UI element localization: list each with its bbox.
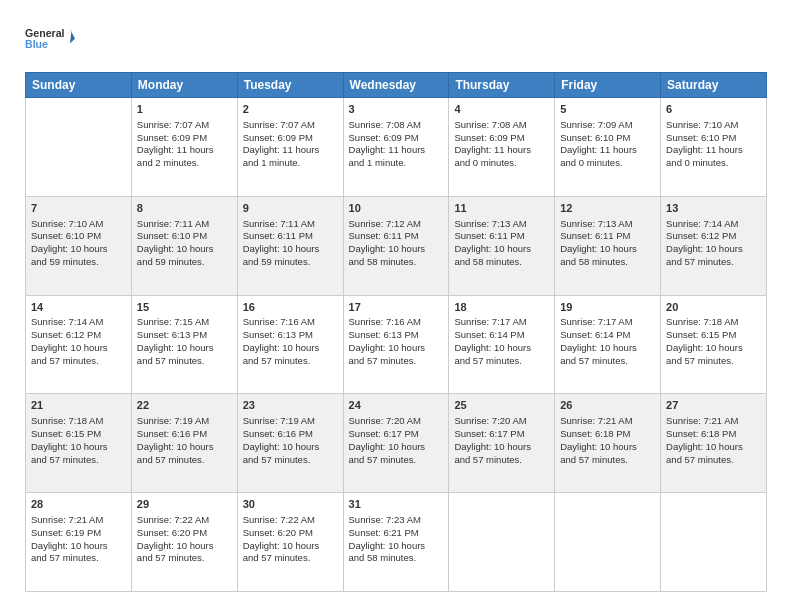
cell-content-line: Daylight: 10 hours — [31, 540, 126, 553]
day-number: 8 — [137, 201, 232, 216]
calendar-cell — [26, 98, 132, 197]
day-number: 17 — [349, 300, 444, 315]
cell-content-line: Daylight: 10 hours — [349, 243, 444, 256]
cell-content-line: Sunrise: 7:21 AM — [560, 415, 655, 428]
cell-content-line: Sunset: 6:13 PM — [243, 329, 338, 342]
cell-content-line: Sunset: 6:09 PM — [349, 132, 444, 145]
cell-content-line: and 1 minute. — [243, 157, 338, 170]
cell-content-line: Daylight: 11 hours — [560, 144, 655, 157]
cell-content-line: Sunrise: 7:08 AM — [349, 119, 444, 132]
day-number: 3 — [349, 102, 444, 117]
cell-content-line: Daylight: 10 hours — [243, 441, 338, 454]
cell-content-line: Sunrise: 7:11 AM — [243, 218, 338, 231]
cell-content-line: and 2 minutes. — [137, 157, 232, 170]
calendar-cell: 18Sunrise: 7:17 AMSunset: 6:14 PMDayligh… — [449, 295, 555, 394]
cell-content-line: Sunrise: 7:07 AM — [137, 119, 232, 132]
day-number: 25 — [454, 398, 549, 413]
cell-content-line: Daylight: 10 hours — [31, 243, 126, 256]
cell-content-line: Sunset: 6:13 PM — [349, 329, 444, 342]
calendar-cell: 11Sunrise: 7:13 AMSunset: 6:11 PMDayligh… — [449, 196, 555, 295]
day-number: 6 — [666, 102, 761, 117]
cell-content-line: Daylight: 10 hours — [666, 441, 761, 454]
cell-content-line: Sunrise: 7:14 AM — [31, 316, 126, 329]
calendar-cell: 13Sunrise: 7:14 AMSunset: 6:12 PMDayligh… — [661, 196, 767, 295]
week-row-3: 14Sunrise: 7:14 AMSunset: 6:12 PMDayligh… — [26, 295, 767, 394]
cell-content-line: and 57 minutes. — [31, 552, 126, 565]
svg-text:General: General — [25, 27, 65, 39]
cell-content-line: and 57 minutes. — [243, 355, 338, 368]
cell-content-line: Sunset: 6:12 PM — [31, 329, 126, 342]
day-number: 31 — [349, 497, 444, 512]
cell-content-line: and 0 minutes. — [560, 157, 655, 170]
calendar-cell: 24Sunrise: 7:20 AMSunset: 6:17 PMDayligh… — [343, 394, 449, 493]
cell-content-line: Daylight: 10 hours — [666, 342, 761, 355]
calendar-cell — [449, 493, 555, 592]
calendar-cell: 30Sunrise: 7:22 AMSunset: 6:20 PMDayligh… — [237, 493, 343, 592]
calendar-cell — [555, 493, 661, 592]
cell-content-line: and 57 minutes. — [560, 454, 655, 467]
cell-content-line: Sunrise: 7:10 AM — [31, 218, 126, 231]
day-number: 9 — [243, 201, 338, 216]
cell-content-line: Sunrise: 7:20 AM — [349, 415, 444, 428]
cell-content-line: Daylight: 10 hours — [137, 540, 232, 553]
header-wednesday: Wednesday — [343, 73, 449, 98]
day-number: 19 — [560, 300, 655, 315]
day-number: 24 — [349, 398, 444, 413]
cell-content-line: Daylight: 11 hours — [243, 144, 338, 157]
cell-content-line: Sunset: 6:10 PM — [137, 230, 232, 243]
cell-content-line: Sunset: 6:14 PM — [560, 329, 655, 342]
cell-content-line: Daylight: 10 hours — [243, 342, 338, 355]
cell-content-line: and 59 minutes. — [31, 256, 126, 269]
cell-content-line: Sunset: 6:14 PM — [454, 329, 549, 342]
cell-content-line: Daylight: 10 hours — [560, 243, 655, 256]
day-number: 11 — [454, 201, 549, 216]
calendar-cell: 6Sunrise: 7:10 AMSunset: 6:10 PMDaylight… — [661, 98, 767, 197]
day-number: 23 — [243, 398, 338, 413]
calendar-cell: 20Sunrise: 7:18 AMSunset: 6:15 PMDayligh… — [661, 295, 767, 394]
cell-content-line: Sunset: 6:13 PM — [137, 329, 232, 342]
cell-content-line: Daylight: 10 hours — [137, 342, 232, 355]
cell-content-line: Daylight: 11 hours — [666, 144, 761, 157]
logo: General Blue — [25, 20, 75, 60]
cell-content-line: Daylight: 10 hours — [560, 342, 655, 355]
page: General Blue SundayMondayTuesdayWednesda… — [0, 0, 792, 612]
calendar-header-row: SundayMondayTuesdayWednesdayThursdayFrid… — [26, 73, 767, 98]
calendar-cell: 9Sunrise: 7:11 AMSunset: 6:11 PMDaylight… — [237, 196, 343, 295]
calendar-cell: 27Sunrise: 7:21 AMSunset: 6:18 PMDayligh… — [661, 394, 767, 493]
cell-content-line: Sunrise: 7:16 AM — [349, 316, 444, 329]
day-number: 14 — [31, 300, 126, 315]
day-number: 22 — [137, 398, 232, 413]
cell-content-line: Sunrise: 7:09 AM — [560, 119, 655, 132]
cell-content-line: and 57 minutes. — [243, 552, 338, 565]
cell-content-line: and 57 minutes. — [243, 454, 338, 467]
cell-content-line: Daylight: 11 hours — [454, 144, 549, 157]
cell-content-line: Sunrise: 7:22 AM — [243, 514, 338, 527]
day-number: 10 — [349, 201, 444, 216]
cell-content-line: Sunrise: 7:07 AM — [243, 119, 338, 132]
cell-content-line: Sunset: 6:16 PM — [243, 428, 338, 441]
calendar-cell: 17Sunrise: 7:16 AMSunset: 6:13 PMDayligh… — [343, 295, 449, 394]
cell-content-line: and 1 minute. — [349, 157, 444, 170]
week-row-5: 28Sunrise: 7:21 AMSunset: 6:19 PMDayligh… — [26, 493, 767, 592]
cell-content-line: and 58 minutes. — [454, 256, 549, 269]
calendar-cell: 4Sunrise: 7:08 AMSunset: 6:09 PMDaylight… — [449, 98, 555, 197]
cell-content-line: Sunset: 6:17 PM — [454, 428, 549, 441]
cell-content-line: Sunset: 6:09 PM — [137, 132, 232, 145]
day-number: 1 — [137, 102, 232, 117]
cell-content-line: and 57 minutes. — [666, 355, 761, 368]
calendar-cell: 25Sunrise: 7:20 AMSunset: 6:17 PMDayligh… — [449, 394, 555, 493]
cell-content-line: Sunrise: 7:13 AM — [560, 218, 655, 231]
header: General Blue — [25, 20, 767, 60]
calendar-cell: 1Sunrise: 7:07 AMSunset: 6:09 PMDaylight… — [131, 98, 237, 197]
calendar-cell: 2Sunrise: 7:07 AMSunset: 6:09 PMDaylight… — [237, 98, 343, 197]
cell-content-line: and 57 minutes. — [454, 454, 549, 467]
header-tuesday: Tuesday — [237, 73, 343, 98]
cell-content-line: Daylight: 10 hours — [31, 342, 126, 355]
calendar-cell: 16Sunrise: 7:16 AMSunset: 6:13 PMDayligh… — [237, 295, 343, 394]
calendar-cell: 12Sunrise: 7:13 AMSunset: 6:11 PMDayligh… — [555, 196, 661, 295]
cell-content-line: and 58 minutes. — [560, 256, 655, 269]
cell-content-line: Sunrise: 7:16 AM — [243, 316, 338, 329]
day-number: 27 — [666, 398, 761, 413]
cell-content-line: Sunset: 6:19 PM — [31, 527, 126, 540]
cell-content-line: Sunrise: 7:21 AM — [31, 514, 126, 527]
